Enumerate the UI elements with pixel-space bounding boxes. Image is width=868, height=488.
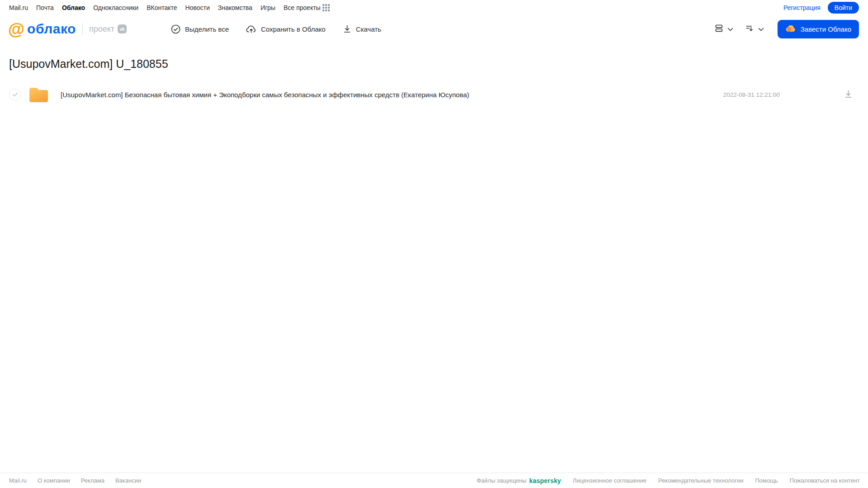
save-to-cloud-button[interactable]: Сохранить в Облако	[246, 24, 326, 34]
cloud-upload-icon	[246, 24, 256, 34]
download-icon	[844, 90, 853, 100]
portal-nav-links: Mail.ru Почта Облако Одноклассники ВКонт…	[9, 4, 321, 11]
footer-right-links: Файлы защищены kaspersky Лицензионное со…	[477, 477, 860, 484]
register-link[interactable]: Регистрация	[783, 4, 821, 11]
projects-grid-icon[interactable]	[323, 4, 330, 11]
file-download-button[interactable]	[844, 90, 853, 100]
select-all-button[interactable]: Выделить все	[171, 24, 229, 34]
portal-nav: Mail.ru Почта Облако Одноклассники ВКонт…	[0, 0, 868, 15]
nav-item-vkontakte[interactable]: ВКонтакте	[147, 4, 177, 11]
cloud-logo[interactable]: @ облако	[8, 21, 76, 38]
view-mode-icon	[714, 24, 724, 35]
footer-link-jobs[interactable]: Вакансии	[115, 477, 141, 484]
nav-item-odnoklassniki[interactable]: Одноклассники	[93, 4, 138, 11]
page-title: [UsupovMarket.com] U_180855	[9, 57, 859, 71]
nav-item-all-projects[interactable]: Все проекты	[284, 4, 321, 11]
login-button[interactable]: Войти	[828, 2, 859, 14]
vk-project-tag: проект vk	[82, 23, 127, 35]
download-button[interactable]: Скачать	[343, 24, 381, 33]
nav-item-news[interactable]: Новости	[185, 4, 210, 11]
file-checkbox[interactable]	[9, 89, 21, 100]
nav-item-mailru[interactable]: Mail.ru	[9, 4, 28, 11]
create-cloud-label: Завести Облако	[801, 25, 851, 33]
mailru-at-icon: @	[8, 21, 24, 38]
download-icon	[343, 24, 351, 33]
footer-link-help[interactable]: Помощь	[755, 477, 778, 484]
save-to-cloud-label: Сохранить в Облако	[261, 25, 326, 33]
footer-link-report-content[interactable]: Пожаловаться на контент	[790, 477, 860, 484]
cloud-icon	[785, 24, 796, 34]
footer-left-links: Mail.ru О компании Реклама Вакансии	[9, 477, 141, 484]
footer-link-recommendation-tech[interactable]: Рекомендательные технологии	[658, 477, 743, 484]
auth-area: Регистрация Войти	[783, 2, 859, 14]
folder-icon	[28, 86, 49, 103]
file-date: 2022-08-31 12:21:00	[723, 91, 780, 98]
file-row[interactable]: [UsupovMarket.com] Безопасная бытовая хи…	[9, 84, 859, 105]
sort-icon	[745, 24, 754, 35]
nav-item-cloud[interactable]: Облако	[62, 4, 85, 11]
nav-item-dating[interactable]: Знакомства	[218, 4, 252, 11]
nav-item-games[interactable]: Игры	[261, 4, 275, 11]
kaspersky-protection: Файлы защищены kaspersky	[477, 477, 561, 484]
check-circle-icon	[171, 24, 180, 34]
chevron-down-icon	[727, 25, 733, 33]
vk-badge-icon: vk	[118, 24, 127, 33]
cloud-toolbar: @ облако проект vk Выделить все Сохранит	[0, 15, 868, 43]
footer-link-ads[interactable]: Реклама	[81, 477, 104, 484]
select-all-label: Выделить все	[185, 25, 229, 33]
content-area: [UsupovMarket.com] U_180855 [UsupovMarke…	[0, 57, 868, 105]
kaspersky-logo[interactable]: kaspersky	[529, 477, 561, 484]
footer-link-mailru[interactable]: Mail.ru	[9, 477, 27, 484]
download-label: Скачать	[356, 25, 381, 33]
footer-link-license[interactable]: Лицензионное соглашение	[573, 477, 646, 484]
chevron-down-icon	[758, 25, 764, 33]
footer: Mail.ru О компании Реклама Вакансии Файл…	[0, 473, 868, 488]
view-controls: Завести Облако	[714, 20, 859, 38]
file-name[interactable]: [UsupovMarket.com] Безопасная бытовая хи…	[61, 91, 469, 99]
project-label: проект	[89, 24, 114, 34]
protected-text: Файлы защищены	[477, 477, 526, 484]
create-cloud-button[interactable]: Завести Облако	[778, 20, 859, 38]
footer-link-about[interactable]: О компании	[38, 477, 70, 484]
nav-item-mail[interactable]: Почта	[36, 4, 54, 11]
cloud-logo-text: облако	[27, 21, 76, 37]
view-mode-dropdown[interactable]	[714, 24, 733, 35]
toolbar-actions: Выделить все Сохранить в Облако Скачать	[171, 24, 381, 34]
sort-dropdown[interactable]	[745, 24, 764, 35]
